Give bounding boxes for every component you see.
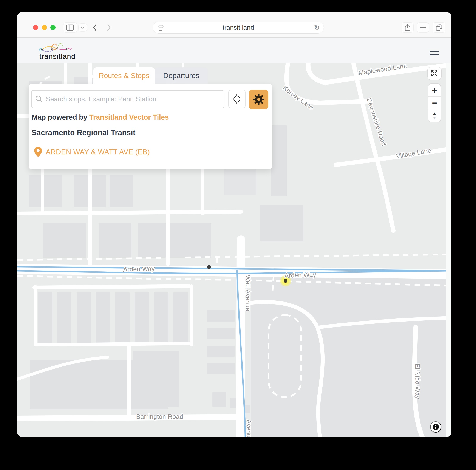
hamburger-icon (430, 51, 439, 52)
road-label: Arden Way (285, 271, 316, 279)
new-tab-button[interactable] (417, 22, 429, 33)
stop-name: ARDEN WAY & WATT AVE (EB) (46, 148, 150, 156)
address-bar[interactable]: transit.land ↻ (153, 21, 324, 34)
road-label: El Nido Way (414, 364, 421, 399)
reload-icon[interactable]: ↻ (314, 23, 320, 32)
tabs-icon (435, 24, 443, 31)
zoom-out-button[interactable]: − (428, 97, 441, 109)
brand-text: transitland (39, 52, 76, 60)
vector-tiles-link[interactable]: Transitland Vector Tiles (89, 113, 169, 121)
minimize-window-button[interactable] (42, 25, 47, 30)
url-text: transit.land (222, 24, 254, 31)
zoom-window-button[interactable] (50, 25, 55, 30)
fullscreen-button[interactable] (427, 67, 442, 80)
site-header: transitland (17, 38, 451, 63)
chevron-right-icon (107, 24, 111, 31)
map-area: Maplewood Lane Kersey Lane Devonshire Ro… (17, 63, 451, 437)
geolocate-button[interactable] (228, 90, 246, 108)
zoom-in-button[interactable]: + (428, 84, 441, 97)
forward-button[interactable] (104, 22, 114, 33)
road-label: Arden Way (123, 265, 155, 273)
map-attribution: Map powered by Transitland Vector Tiles (32, 113, 169, 121)
share-icon (404, 24, 411, 32)
road-label: Avenue (245, 420, 252, 437)
tab-routes-stops[interactable]: Routes & Stops (93, 67, 155, 84)
chevron-left-icon (93, 24, 97, 31)
map-settings-button[interactable] (249, 90, 268, 109)
page-right-gutter (446, 63, 451, 437)
chevron-down-icon (81, 26, 85, 29)
attribution-prefix: Map powered by (32, 113, 89, 121)
stop-marker[interactable] (207, 265, 211, 269)
sidebar-toggle-button[interactable] (63, 22, 77, 33)
reader-view-icon[interactable] (158, 25, 164, 32)
menu-button[interactable] (430, 51, 439, 57)
geolocate-icon (231, 93, 242, 105)
pitch-icon: ▲ ▼ (432, 112, 437, 120)
stop-result-link[interactable]: ARDEN WAY & WATT AVE (EB) (34, 147, 150, 157)
browser-toolbar: transit.land ↻ (17, 12, 451, 38)
road-label: Watt Avenue (244, 275, 251, 311)
back-button[interactable] (89, 22, 100, 33)
search-input[interactable] (31, 90, 224, 108)
search-panel: Map powered by Transitland Vector Tiles … (29, 84, 272, 169)
info-icon (432, 423, 440, 431)
transitland-logo[interactable]: transitland (38, 42, 79, 62)
pitch-toggle-button[interactable]: ▲ ▼ (428, 109, 441, 122)
sidebar-icon (66, 24, 74, 31)
share-button[interactable] (402, 22, 414, 33)
gear-icon (253, 93, 265, 105)
map-info-button[interactable] (430, 421, 441, 433)
map-pin-icon (34, 147, 42, 157)
zoom-control: + − ▲ ▼ (428, 84, 441, 122)
fullscreen-icon (431, 69, 438, 77)
browser-window: transit.land ↻ (17, 12, 451, 437)
sidebar-menu-chevron-button[interactable] (78, 23, 87, 32)
road-label: Barrington Road (136, 413, 183, 420)
tab-overview-button[interactable] (433, 22, 445, 33)
close-window-button[interactable] (33, 25, 38, 30)
panel-tabbar: Routes & Stops Departures (93, 67, 208, 84)
page: transitland (17, 38, 451, 437)
agency-name: Sacramento Regional Transit (32, 128, 135, 137)
plus-icon (420, 24, 426, 31)
tab-departures[interactable]: Departures (155, 67, 208, 84)
